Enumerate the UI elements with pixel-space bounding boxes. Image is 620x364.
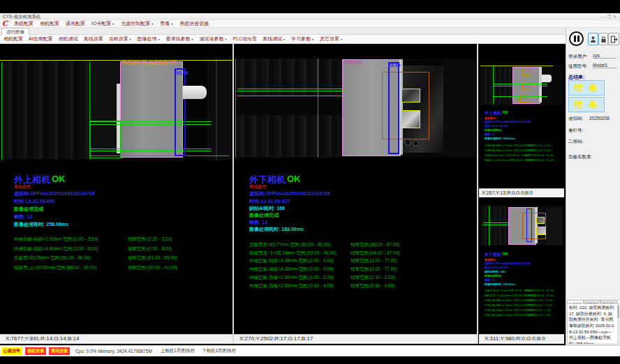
run-log-area[interactable]: 耗时: 222, 缺陷检测耗时: 17, 缺陷分类耗时: 0, 缺陷检测分区耗时…: [567, 303, 619, 344]
barcode-line: 虚拟码:OFFline20250208133134728: [485, 261, 531, 265]
blue-value-annotation: 28.80: [388, 63, 401, 68]
menu-io-config[interactable]: IO卡配置▼: [91, 20, 115, 27]
green-guide-vline: [493, 66, 494, 104]
alarm-range: 报警范围:(1.10 - 2.10): [350, 275, 394, 281]
tool-camera-config[interactable]: 相机配置: [3, 36, 23, 43]
frames-line: 帧数: 13: [14, 213, 32, 220]
pause-button[interactable]: [569, 31, 584, 46]
green-measure-line: [493, 84, 547, 84]
measure-row: 负极宽=83.05mm 范围:(80.00 - 86.00): [14, 255, 91, 261]
ai-time-line: 缺陷AI耗时: 166: [249, 205, 285, 212]
menu-bar: C 系统配置 相机配置 通讯配置 IO卡配置▼ 光源控制配置▼ 查看▼ 系统语言…: [0, 20, 620, 28]
time-line: 时间:13-31-59-627: [249, 198, 290, 205]
window-controls: —❐✕: [601, 13, 619, 20]
camera-view-outer-lower[interactable]: AI检测框 28.80: [234, 59, 477, 158]
tool-offline-setting[interactable]: 离线设置: [84, 36, 103, 43]
tool-plc-address[interactable]: PLC地址库: [233, 36, 258, 43]
thumb-view-upper[interactable]: 2.91 4.60 90.56: [480, 65, 563, 105]
alarm-range: 报警范围:(83.00 - 87.00): [350, 242, 399, 248]
dark-right: [443, 59, 477, 158]
measure-row: 正极宽度=83.77mm 范围:(82.00 - 88.00): [249, 242, 330, 248]
measure-row: 负极宽=83.05mm 范围:(80.00 - 86.00): [485, 153, 529, 157]
barcode-line: 虚拟码:OFFline20250208133134728: [249, 190, 330, 197]
dark-right: [546, 208, 563, 245]
elapsed-line: 图像处理耗时: 183.00ms: [249, 226, 304, 233]
mode-label: 离线模式: [249, 184, 266, 190]
blue-value-annotation: 93.88: [176, 70, 189, 75]
time-line: 时间:13-31-59-650: [14, 198, 54, 205]
annotation-value: 90.56: [529, 96, 536, 100]
tool-offline-debug[interactable]: 离线调试▼: [263, 36, 286, 43]
tool-spot-check[interactable]: 点检设置▼: [109, 36, 132, 43]
tool-image-process[interactable]: 图像处理▼: [138, 36, 161, 43]
alarm-range: 报警范围:(2.00 - 77.00): [350, 258, 397, 264]
tool-other-setting[interactable]: 其它设置▼: [320, 36, 343, 43]
virtual-code-label: 虚拟码:: [568, 116, 583, 122]
menu-light-config[interactable]: 光源控制配置▼: [121, 20, 154, 27]
pixel-readout-bar: X:270;Y:2502;R:17;G:17;B:17: [234, 334, 477, 344]
title-bar: CYS-视觉检测系统: [0, 13, 620, 20]
stock-count-label: 负极库数量:: [568, 154, 592, 160]
alarm-range: 报警范围:(2.00 - 77.00): [525, 303, 552, 307]
ai-box-label: AI检测框: [344, 59, 362, 66]
barcode-line: 虚拟码:OFFline20250208133134728: [485, 120, 531, 123]
done-line: 图像处理完成: [485, 128, 501, 132]
alarm-range: 报警范围:(89.00 - 91.00): [128, 265, 177, 271]
thumb-view-lower[interactable]: 1.90 2.65: [480, 206, 563, 245]
lock-button[interactable]: [598, 33, 608, 45]
metal-tab: [542, 75, 552, 82]
maximize-icon[interactable]: ❐: [607, 15, 613, 19]
dark-band: [237, 97, 341, 115]
blue-roi-box: [175, 68, 186, 156]
minimize-icon[interactable]: —: [601, 15, 607, 19]
login-user-label: 登录用户:: [568, 54, 588, 60]
bright-edge: [539, 67, 542, 103]
alarm-range: 报警范围:(94.00 - 97.00): [525, 294, 554, 297]
alarm-range: 报警范围:(81.00 - 85.00): [525, 153, 554, 157]
tool-test-params[interactable]: 测试项参数▼: [200, 36, 228, 43]
ai-time-line: 缺陷AI耗时: 166: [485, 270, 505, 273]
alarm-range: 报警范围:(0.60 - 4.00): [525, 313, 551, 317]
time-line: 时间:13-31-59-650: [485, 124, 508, 128]
menu-camera-config[interactable]: 相机配置: [40, 20, 59, 27]
camera-name: 外下相机: [485, 252, 501, 258]
tool-learn-params[interactable]: 学习参数▼: [291, 36, 314, 43]
tool-camera-debug[interactable]: 相机调试: [59, 36, 78, 43]
lower-camera-thread-text: 下相机1存图线程: [202, 348, 236, 354]
chevron-down-icon: ▼: [191, 38, 194, 41]
defect-box: [401, 89, 420, 103]
pixel-readout-bar: X:267;Y:13;R:0;G:0;B:0: [479, 188, 564, 197]
app-status-bar: 心跳信号 相机连接 通讯连接 Cpu: 0.0% Memory: 3424.41…: [0, 345, 620, 356]
tool-ai-config[interactable]: AI使用配置: [29, 36, 53, 43]
scrollbar-thumb[interactable]: [617, 305, 619, 318]
measure-row: 隔膜宽-上=90.56mm 范围:(88.00 - 92.00): [14, 265, 96, 271]
tool-baseline-params[interactable]: 基准线参数▼: [166, 36, 194, 43]
exit-button[interactable]: [608, 33, 619, 45]
green-roi-box: [90, 121, 121, 158]
panel-divider: [477, 44, 478, 344]
alarm-range: 报警范围:(0.60 - 4.00): [350, 283, 394, 289]
upper-camera-thread-text: 上相机1存图线程: [161, 348, 195, 354]
dark-right: [207, 59, 232, 160]
alarm-range: 报警范围:(94.00 - 97.00): [350, 250, 399, 257]
dark-right-line: [216, 59, 217, 160]
log-scrollbar[interactable]: [617, 304, 619, 344]
measure-row: 内侧正极-负极=1.90mm 范围:(1.00 - 2.20): [249, 275, 333, 281]
user-login-button[interactable]: [588, 33, 598, 45]
result-ok-badge: OK: [502, 110, 508, 114]
alarm-range: 报警范围:(81.00 - 85.00): [128, 255, 177, 261]
chevron-down-icon: ▼: [112, 22, 115, 26]
cell-region-box: [120, 61, 183, 158]
camera-view-outer-upper[interactable]: 静态阈值:93, 动态阈值:100 93.88: [0, 59, 232, 160]
menu-system-config[interactable]: 系统配置: [14, 20, 34, 27]
result-indicator-2: 结 果: [568, 97, 605, 112]
qr-code-label: 二维码:: [568, 139, 583, 145]
menu-language-switch[interactable]: 系统语言切换: [179, 20, 209, 27]
menu-view[interactable]: 查看▼: [160, 20, 173, 27]
blue-roi-box: [526, 208, 532, 242]
machine-texture: [3, 61, 89, 159]
menu-comm-config[interactable]: 通讯配置: [66, 20, 85, 27]
close-icon[interactable]: ✕: [613, 15, 619, 19]
model-value: Model1: [593, 63, 617, 68]
green-measure-line: [89, 151, 211, 151]
